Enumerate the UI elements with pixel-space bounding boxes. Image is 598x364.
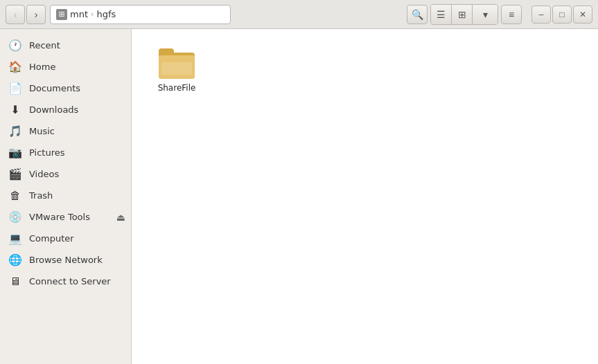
breadcrumb[interactable]: ⊞ mnt › hgfs bbox=[50, 5, 231, 24]
sidebar-label-videos: Videos bbox=[29, 169, 59, 179]
sidebar-item-connect-server[interactable]: 🖥 Connect to Server bbox=[0, 271, 131, 292]
sidebar-item-recent[interactable]: 🕐 Recent bbox=[0, 35, 131, 56]
window-controls: – □ ✕ bbox=[531, 6, 592, 24]
vmware-icon: 💿 bbox=[8, 210, 22, 224]
folder-icon bbox=[159, 48, 195, 79]
sidebar-label-vmware: VMware Tools bbox=[29, 212, 90, 222]
sidebar-label-home: Home bbox=[29, 62, 55, 72]
minimize-button[interactable]: – bbox=[531, 6, 551, 24]
sidebar-label-browse-network: Browse Network bbox=[29, 255, 103, 265]
sidebar-label-trash: Trash bbox=[29, 190, 53, 201]
connect-server-icon: 🖥 bbox=[8, 275, 22, 288]
maximize-button[interactable]: □ bbox=[552, 6, 572, 24]
sidebar-label-music: Music bbox=[29, 126, 55, 136]
folder-sharefile[interactable]: ShareFile bbox=[146, 43, 208, 98]
close-button[interactable]: ✕ bbox=[573, 6, 592, 24]
titlebar: ‹ › ⊞ mnt › hgfs 🔍 ☰ ⊞ ▾ ≡ – □ ✕ bbox=[0, 0, 598, 29]
sidebar-item-documents[interactable]: 📄 Documents bbox=[0, 78, 131, 99]
breadcrumb-part-hgfs: hgfs bbox=[96, 9, 116, 19]
sidebar-label-pictures: Pictures bbox=[29, 147, 64, 158]
eject-button[interactable]: ⏏ bbox=[116, 212, 125, 223]
sidebar-label-recent: Recent bbox=[29, 40, 60, 51]
main-content: 🕐 Recent 🏠 Home 📄 Documents ⬇ Downloads … bbox=[0, 29, 598, 364]
home-icon: 🏠 bbox=[8, 60, 22, 73]
nav-buttons: ‹ › bbox=[6, 5, 46, 24]
sidebar: 🕐 Recent 🏠 Home 📄 Documents ⬇ Downloads … bbox=[0, 29, 132, 364]
documents-icon: 📄 bbox=[8, 82, 22, 95]
sidebar-item-vmware[interactable]: 💿 VMware Tools ⏏ bbox=[0, 206, 131, 228]
sidebar-label-downloads: Downloads bbox=[29, 104, 78, 115]
sidebar-item-pictures[interactable]: 📷 Pictures bbox=[0, 142, 131, 163]
search-button[interactable]: 🔍 bbox=[407, 5, 428, 24]
sidebar-label-computer: Computer bbox=[29, 233, 74, 244]
downloads-icon: ⬇ bbox=[8, 103, 22, 116]
sidebar-item-browse-network[interactable]: 🌐 Browse Network bbox=[0, 249, 131, 271]
forward-button[interactable]: › bbox=[26, 5, 46, 24]
sidebar-item-videos[interactable]: 🎬 Videos bbox=[0, 163, 131, 185]
list-view-button[interactable]: ☰ bbox=[431, 5, 452, 24]
back-button[interactable]: ‹ bbox=[6, 5, 25, 24]
trash-icon: 🗑 bbox=[8, 189, 22, 202]
sidebar-item-computer[interactable]: 💻 Computer bbox=[0, 228, 131, 249]
pictures-icon: 📷 bbox=[8, 146, 22, 159]
view-dropdown-button[interactable]: ▾ bbox=[473, 5, 498, 24]
sidebar-item-home[interactable]: 🏠 Home bbox=[0, 56, 131, 78]
folder-label-sharefile: ShareFile bbox=[158, 83, 196, 93]
view-toggle-group: ☰ ⊞ ▾ bbox=[430, 4, 498, 25]
videos-icon: 🎬 bbox=[8, 167, 22, 181]
sidebar-label-documents: Documents bbox=[29, 83, 80, 93]
sidebar-item-music[interactable]: 🎵 Music bbox=[0, 120, 131, 142]
file-area: ShareFile bbox=[132, 29, 598, 364]
recent-icon: 🕐 bbox=[8, 39, 22, 52]
sidebar-item-trash[interactable]: 🗑 Trash bbox=[0, 185, 131, 206]
sidebar-label-connect-server: Connect to Server bbox=[29, 276, 111, 286]
breadcrumb-part-mnt: mnt bbox=[70, 9, 88, 19]
sidebar-item-downloads[interactable]: ⬇ Downloads bbox=[0, 99, 131, 120]
breadcrumb-sep: › bbox=[91, 10, 94, 19]
computer-icon: 💻 bbox=[8, 232, 22, 245]
grid-view-button[interactable]: ⊞ bbox=[452, 5, 473, 24]
toolbar-right: 🔍 ☰ ⊞ ▾ ≡ bbox=[407, 4, 522, 25]
properties-button[interactable]: ≡ bbox=[501, 5, 522, 24]
music-icon: 🎵 bbox=[8, 125, 22, 138]
breadcrumb-icon: ⊞ bbox=[56, 9, 67, 20]
browse-network-icon: 🌐 bbox=[8, 253, 22, 266]
